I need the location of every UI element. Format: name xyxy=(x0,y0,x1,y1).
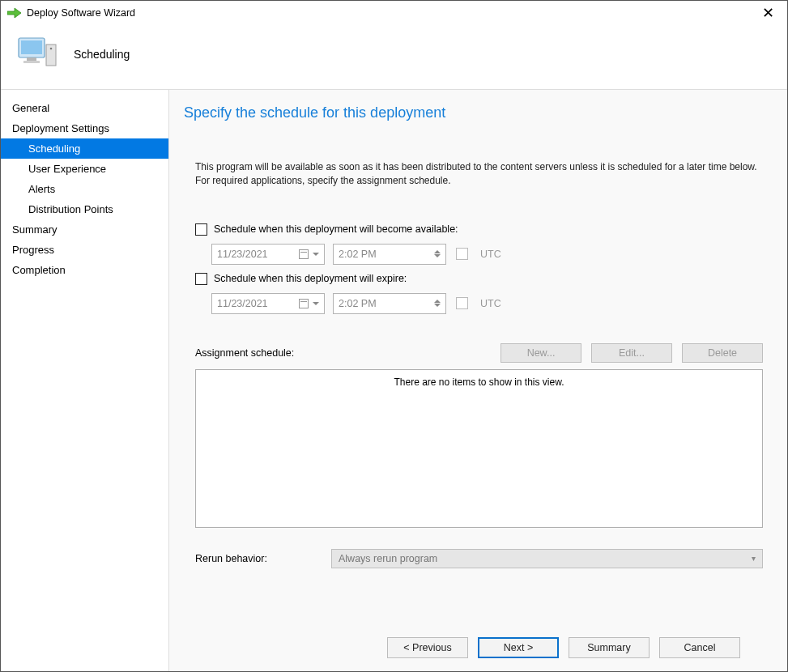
new-button[interactable]: New... xyxy=(500,343,581,363)
footer-buttons: < Previous Next > Summary Cancel xyxy=(184,627,763,671)
spinner-icon xyxy=(434,300,441,307)
available-date-input[interactable]: 11/23/2021 xyxy=(211,244,325,265)
spinner-icon xyxy=(434,250,441,257)
sidebar-item-distribution-points[interactable]: Distribution Points xyxy=(1,199,168,219)
sidebar-item-general[interactable]: General xyxy=(1,98,168,118)
expire-inputs: 11/23/2021 2:02 PM UTC xyxy=(211,293,763,314)
sidebar: GeneralDeployment SettingsSchedulingUser… xyxy=(1,90,169,671)
computer-icon xyxy=(17,33,59,74)
expire-time-value: 2:02 PM xyxy=(339,298,377,309)
content-panel: Specify the schedule for this deployment… xyxy=(169,90,787,671)
sidebar-item-user-experience[interactable]: User Experience xyxy=(1,159,168,179)
chevron-down-icon: ▾ xyxy=(752,554,756,563)
available-utc-label: UTC xyxy=(480,249,501,260)
rerun-label: Rerun behavior: xyxy=(195,553,331,564)
sidebar-item-alerts[interactable]: Alerts xyxy=(1,179,168,199)
assignment-list[interactable]: There are no items to show in this view. xyxy=(195,369,763,528)
expire-date-input[interactable]: 11/23/2021 xyxy=(211,293,325,314)
rerun-select[interactable]: Always rerun program ▾ xyxy=(331,549,763,568)
previous-button[interactable]: < Previous xyxy=(387,637,468,658)
sidebar-item-scheduling[interactable]: Scheduling xyxy=(1,138,168,159)
summary-button[interactable]: Summary xyxy=(569,637,650,658)
available-inputs: 11/23/2021 2:02 PM UTC xyxy=(211,244,763,265)
available-utc-checkbox[interactable] xyxy=(456,248,468,260)
expire-utc-label: UTC xyxy=(480,298,501,309)
cancel-button[interactable]: Cancel xyxy=(659,637,740,658)
available-checkbox-label: Schedule when this deployment will becom… xyxy=(214,223,458,235)
next-button[interactable]: Next > xyxy=(478,637,559,658)
chevron-down-icon xyxy=(313,302,319,305)
assignment-row: Assignment schedule: New... Edit... Dele… xyxy=(195,343,763,363)
calendar-icon xyxy=(299,299,309,308)
svg-rect-1 xyxy=(21,40,42,54)
sidebar-item-completion[interactable]: Completion xyxy=(1,260,168,280)
svg-point-5 xyxy=(50,48,53,50)
assignment-empty-text: There are no items to show in this view. xyxy=(394,376,564,527)
description-text: This program will be available as soon a… xyxy=(195,160,763,188)
deploy-arrow-icon xyxy=(7,7,22,19)
close-icon[interactable]: ✕ xyxy=(756,4,781,22)
assignment-label: Assignment schedule: xyxy=(195,347,294,359)
svg-rect-3 xyxy=(23,61,40,63)
schedule-expire-row: Schedule when this deployment will expir… xyxy=(195,273,763,285)
available-checkbox[interactable] xyxy=(195,223,207,236)
expire-checkbox-label: Schedule when this deployment will expir… xyxy=(214,273,407,284)
header-band: Scheduling xyxy=(1,25,787,90)
window-title: Deploy Software Wizard xyxy=(27,7,135,19)
expire-time-input[interactable]: 2:02 PM xyxy=(333,293,446,314)
sidebar-item-progress[interactable]: Progress xyxy=(1,240,168,260)
svg-rect-2 xyxy=(27,57,36,61)
rerun-row: Rerun behavior: Always rerun program ▾ xyxy=(195,549,763,568)
available-time-input[interactable]: 2:02 PM xyxy=(333,244,446,265)
calendar-icon xyxy=(299,249,309,259)
edit-button[interactable]: Edit... xyxy=(591,343,672,363)
titlebar: Deploy Software Wizard ✕ xyxy=(1,1,787,25)
header-page-name: Scheduling xyxy=(74,48,130,61)
delete-button[interactable]: Delete xyxy=(682,343,763,363)
expire-checkbox[interactable] xyxy=(195,273,207,285)
sidebar-item-summary[interactable]: Summary xyxy=(1,219,168,240)
available-time-value: 2:02 PM xyxy=(339,249,377,260)
expire-date-value: 11/23/2021 xyxy=(217,298,268,309)
page-heading: Specify the schedule for this deployment xyxy=(184,104,763,121)
schedule-available-row: Schedule when this deployment will becom… xyxy=(195,223,763,236)
rerun-value: Always rerun program xyxy=(339,553,437,564)
expire-utc-checkbox[interactable] xyxy=(456,297,468,309)
chevron-down-icon xyxy=(313,253,319,256)
sidebar-item-deployment-settings[interactable]: Deployment Settings xyxy=(1,118,168,138)
available-date-value: 11/23/2021 xyxy=(217,249,268,260)
